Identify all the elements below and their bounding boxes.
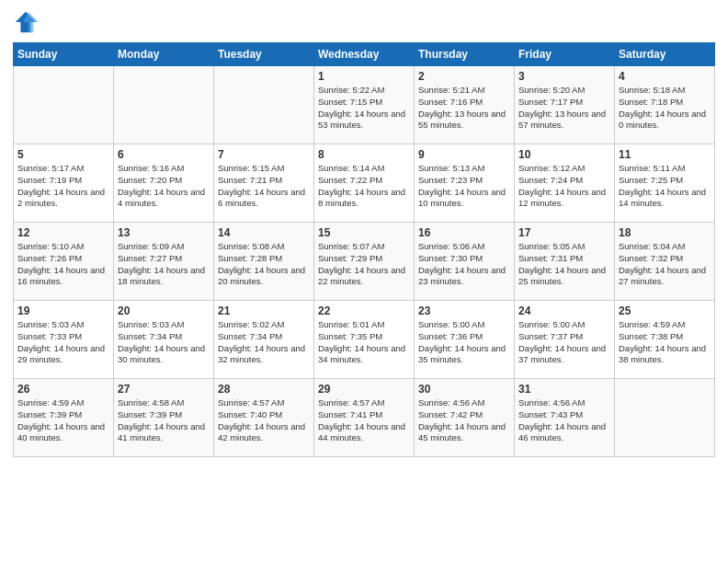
day-number: 23	[418, 304, 510, 317]
calendar-cell	[114, 66, 214, 144]
week-row-5: 26Sunrise: 4:59 AMSunset: 7:39 PMDayligh…	[14, 379, 715, 457]
daylight-text: Daylight: 14 hours and 10 minutes.	[418, 187, 510, 211]
daylight-text: Daylight: 13 hours and 57 minutes.	[518, 109, 610, 132]
header-row: SundayMondayTuesdayWednesdayThursdayFrid…	[14, 43, 715, 66]
day-number: 12	[17, 226, 109, 239]
cell-content: Sunrise: 5:05 AMSunset: 7:31 PMDaylight:…	[518, 241, 610, 288]
daylight-text: Daylight: 14 hours and 12 minutes.	[518, 187, 610, 211]
daylight-text: Daylight: 14 hours and 34 minutes.	[318, 343, 410, 367]
sunrise-text: Sunrise: 5:13 AM	[418, 163, 510, 175]
sunrise-text: Sunrise: 5:03 AM	[17, 319, 109, 331]
day-number: 11	[619, 148, 711, 161]
daylight-text: Daylight: 14 hours and 42 minutes.	[218, 421, 310, 445]
day-number: 6	[118, 148, 210, 161]
col-header-thursday: Thursday	[415, 43, 515, 66]
calendar-cell: 30Sunrise: 4:56 AMSunset: 7:42 PMDayligh…	[415, 379, 515, 457]
sunrise-text: Sunrise: 4:56 AM	[518, 397, 610, 409]
day-number: 30	[418, 383, 510, 396]
sunset-text: Sunset: 7:21 PM	[218, 175, 310, 187]
cell-content: Sunrise: 5:13 AMSunset: 7:23 PMDaylight:…	[418, 163, 510, 210]
daylight-text: Daylight: 14 hours and 0 minutes.	[619, 109, 711, 132]
sunset-text: Sunset: 7:26 PM	[17, 253, 109, 265]
daylight-text: Daylight: 14 hours and 38 minutes.	[619, 343, 711, 367]
cell-content: Sunrise: 4:57 AMSunset: 7:41 PMDaylight:…	[318, 397, 410, 444]
sunrise-text: Sunrise: 5:11 AM	[619, 163, 711, 175]
sunset-text: Sunset: 7:19 PM	[17, 175, 109, 187]
calendar-cell: 8Sunrise: 5:14 AMSunset: 7:22 PMDaylight…	[314, 144, 415, 223]
cell-content: Sunrise: 5:15 AMSunset: 7:21 PMDaylight:…	[218, 163, 310, 210]
sunset-text: Sunset: 7:39 PM	[118, 409, 210, 421]
calendar-cell: 12Sunrise: 5:10 AMSunset: 7:26 PMDayligh…	[14, 223, 114, 301]
calendar-cell: 3Sunrise: 5:20 AMSunset: 7:17 PMDaylight…	[515, 66, 615, 144]
daylight-text: Daylight: 14 hours and 2 minutes.	[17, 187, 109, 211]
sunset-text: Sunset: 7:25 PM	[619, 175, 711, 187]
sunrise-text: Sunrise: 5:16 AM	[118, 163, 210, 175]
calendar-cell: 29Sunrise: 4:57 AMSunset: 7:41 PMDayligh…	[314, 379, 415, 457]
sunset-text: Sunset: 7:27 PM	[118, 253, 210, 265]
page-container: SundayMondayTuesdayWednesdayThursdayFrid…	[0, 0, 728, 466]
sunrise-text: Sunrise: 5:00 AM	[418, 319, 510, 331]
sunrise-text: Sunrise: 5:03 AM	[118, 319, 210, 331]
daylight-text: Daylight: 14 hours and 44 minutes.	[318, 421, 410, 445]
calendar-cell: 17Sunrise: 5:05 AMSunset: 7:31 PMDayligh…	[515, 223, 615, 301]
calendar-cell: 4Sunrise: 5:18 AMSunset: 7:18 PMDaylight…	[615, 66, 715, 144]
daylight-text: Daylight: 14 hours and 30 minutes.	[118, 343, 210, 367]
day-number: 20	[118, 304, 210, 317]
calendar-cell: 10Sunrise: 5:12 AMSunset: 7:24 PMDayligh…	[515, 144, 615, 223]
day-number: 24	[518, 304, 610, 317]
calendar-cell: 26Sunrise: 4:59 AMSunset: 7:39 PMDayligh…	[14, 379, 114, 457]
calendar-cell: 5Sunrise: 5:17 AMSunset: 7:19 PMDaylight…	[14, 144, 114, 223]
sunset-text: Sunset: 7:18 PM	[619, 97, 711, 109]
week-row-3: 12Sunrise: 5:10 AMSunset: 7:26 PMDayligh…	[14, 223, 715, 301]
cell-content: Sunrise: 5:16 AMSunset: 7:20 PMDaylight:…	[118, 163, 210, 210]
calendar-cell	[214, 66, 314, 144]
day-number: 21	[218, 304, 310, 317]
sunrise-text: Sunrise: 5:17 AM	[17, 163, 109, 175]
day-number: 15	[318, 226, 410, 239]
cell-content: Sunrise: 4:58 AMSunset: 7:39 PMDaylight:…	[118, 397, 210, 444]
day-number: 8	[318, 148, 410, 161]
cell-content: Sunrise: 5:02 AMSunset: 7:34 PMDaylight:…	[218, 319, 310, 366]
sunrise-text: Sunrise: 5:01 AM	[318, 319, 410, 331]
sunrise-text: Sunrise: 5:00 AM	[518, 319, 610, 331]
sunrise-text: Sunrise: 5:18 AM	[619, 85, 711, 97]
cell-content: Sunrise: 4:56 AMSunset: 7:43 PMDaylight:…	[518, 397, 610, 444]
daylight-text: Daylight: 14 hours and 46 minutes.	[518, 421, 610, 445]
calendar-cell: 27Sunrise: 4:58 AMSunset: 7:39 PMDayligh…	[114, 379, 214, 457]
cell-content: Sunrise: 5:08 AMSunset: 7:28 PMDaylight:…	[218, 241, 310, 288]
sunrise-text: Sunrise: 5:10 AM	[17, 241, 109, 253]
sunrise-text: Sunrise: 4:58 AM	[118, 397, 210, 409]
cell-content: Sunrise: 5:07 AMSunset: 7:29 PMDaylight:…	[318, 241, 410, 288]
sunrise-text: Sunrise: 4:56 AM	[418, 397, 510, 409]
daylight-text: Daylight: 14 hours and 40 minutes.	[17, 421, 109, 445]
sunset-text: Sunset: 7:42 PM	[418, 409, 510, 421]
cell-content: Sunrise: 5:21 AMSunset: 7:16 PMDaylight:…	[418, 85, 510, 132]
cell-content: Sunrise: 5:17 AMSunset: 7:19 PMDaylight:…	[17, 163, 109, 210]
day-number: 17	[518, 226, 610, 239]
daylight-text: Daylight: 13 hours and 55 minutes.	[418, 109, 510, 132]
calendar-cell: 23Sunrise: 5:00 AMSunset: 7:36 PMDayligh…	[415, 301, 515, 379]
cell-content: Sunrise: 5:06 AMSunset: 7:30 PMDaylight:…	[418, 241, 510, 288]
day-number: 27	[118, 383, 210, 396]
calendar-cell: 2Sunrise: 5:21 AMSunset: 7:16 PMDaylight…	[415, 66, 515, 144]
calendar-cell: 21Sunrise: 5:02 AMSunset: 7:34 PMDayligh…	[214, 301, 314, 379]
calendar-cell: 19Sunrise: 5:03 AMSunset: 7:33 PMDayligh…	[14, 301, 114, 379]
day-number: 10	[518, 148, 610, 161]
sunset-text: Sunset: 7:40 PM	[218, 409, 310, 421]
daylight-text: Daylight: 14 hours and 18 minutes.	[118, 265, 210, 289]
sunset-text: Sunset: 7:37 PM	[518, 331, 610, 343]
logo-icon	[13, 9, 39, 35]
cell-content: Sunrise: 4:57 AMSunset: 7:40 PMDaylight:…	[218, 397, 310, 444]
cell-content: Sunrise: 5:20 AMSunset: 7:17 PMDaylight:…	[518, 85, 610, 132]
sunrise-text: Sunrise: 5:12 AM	[518, 163, 610, 175]
cell-content: Sunrise: 5:10 AMSunset: 7:26 PMDaylight:…	[17, 241, 109, 288]
day-number: 22	[318, 304, 410, 317]
daylight-text: Daylight: 14 hours and 23 minutes.	[418, 265, 510, 289]
col-header-sunday: Sunday	[14, 43, 114, 66]
day-number: 14	[218, 226, 310, 239]
cell-content: Sunrise: 5:14 AMSunset: 7:22 PMDaylight:…	[318, 163, 410, 210]
calendar-cell: 16Sunrise: 5:06 AMSunset: 7:30 PMDayligh…	[415, 223, 515, 301]
sunset-text: Sunset: 7:30 PM	[418, 253, 510, 265]
calendar-cell: 31Sunrise: 4:56 AMSunset: 7:43 PMDayligh…	[515, 379, 615, 457]
cell-content: Sunrise: 5:03 AMSunset: 7:33 PMDaylight:…	[17, 319, 109, 366]
